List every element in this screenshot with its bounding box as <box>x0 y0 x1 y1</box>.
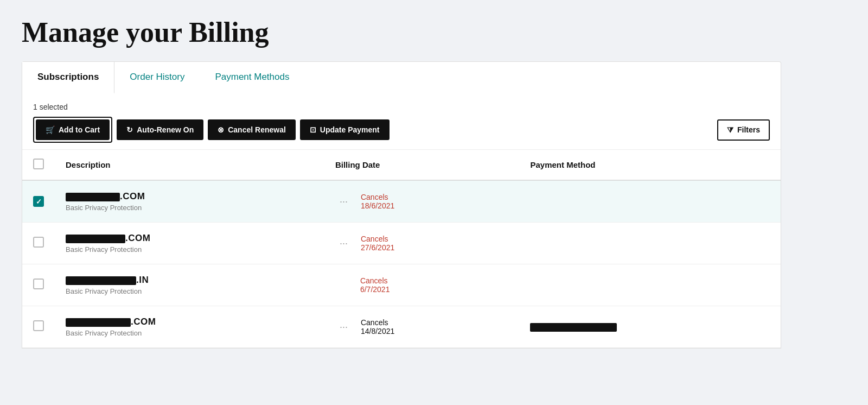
row-domain-sub: Basic Privacy Protection <box>66 287 149 295</box>
table-row: .COMBasic Privacy Protection···Cancels18… <box>22 180 781 223</box>
row-billing-date: Cancels14/8/2021 <box>361 318 394 336</box>
tab-subscriptions[interactable]: Subscriptions <box>22 62 114 94</box>
row-payment-method-cell <box>519 223 781 264</box>
row-billing-date-cell: Cancels6/7/2021 <box>324 264 520 306</box>
row-checkbox-cell <box>22 306 55 348</box>
toolbar-buttons: 🛒 Add to Cart ↻ Auto-Renew On ⊗ Cancel R… <box>33 117 390 143</box>
row-domain-sub: Basic Privacy Protection <box>66 245 150 254</box>
row-payment-method-cell <box>519 180 781 223</box>
row-more-options[interactable]: ··· <box>335 194 352 210</box>
toolbar-area: 1 selected 🛒 Add to Cart ↻ Auto-Renew On… <box>22 94 781 150</box>
row-domain: .INBasic Privacy Protection <box>66 275 149 295</box>
row-billing-date-cell: ···Cancels27/6/2021 <box>324 223 520 264</box>
row-billing-date-cell: ···Cancels18/6/2021 <box>324 181 520 222</box>
tabs-container: Subscriptions Order History Payment Meth… <box>22 61 781 94</box>
row-checkbox-cell <box>22 264 55 306</box>
row-billing-date-cell: ···Cancels14/8/2021 <box>324 306 520 347</box>
row-payment-method-cell <box>519 306 781 348</box>
col-checkbox <box>22 150 55 180</box>
row-more-options[interactable]: ··· <box>335 319 352 335</box>
row-checkbox-cell <box>22 223 55 264</box>
cart-icon: 🛒 <box>46 125 55 134</box>
renew-icon: ↻ <box>126 125 133 134</box>
filter-icon: ⧩ <box>727 125 733 135</box>
row-payment-method-cell <box>519 264 781 306</box>
row-checkbox[interactable] <box>33 279 44 289</box>
auto-renew-button[interactable]: ↻ Auto-Renew On <box>117 119 203 140</box>
row-checkbox[interactable] <box>33 237 44 248</box>
col-description: Description <box>55 150 324 180</box>
toolbar-row: 🛒 Add to Cart ↻ Auto-Renew On ⊗ Cancel R… <box>33 117 770 143</box>
payment-icon: ⊡ <box>310 125 316 134</box>
row-checkbox-cell <box>22 180 55 223</box>
row-billing-date: Cancels6/7/2021 <box>360 276 390 294</box>
tab-payment-methods[interactable]: Payment Methods <box>200 62 304 94</box>
row-domain-sub: Basic Privacy Protection <box>66 329 156 337</box>
row-payment-redacted <box>530 323 617 332</box>
row-description-cell: .COMBasic Privacy Protection <box>55 223 324 264</box>
col-payment-method: Payment Method <box>519 150 781 180</box>
row-billing-date: Cancels27/6/2021 <box>361 235 394 252</box>
row-domain-sub: Basic Privacy Protection <box>66 204 145 212</box>
row-description-cell: .INBasic Privacy Protection <box>55 264 324 306</box>
row-description-cell: .COMBasic Privacy Protection <box>55 306 324 348</box>
update-payment-button[interactable]: ⊡ Update Payment <box>300 119 390 140</box>
col-billing-date: Billing Date <box>324 150 520 180</box>
row-domain: .COMBasic Privacy Protection <box>66 191 145 212</box>
cancel-icon: ⊗ <box>218 125 224 134</box>
subscriptions-table: Description Billing Date Payment Method … <box>22 150 781 348</box>
add-to-cart-wrapper: 🛒 Add to Cart <box>33 117 112 143</box>
page-title: Manage your Billing <box>22 16 846 48</box>
main-panel: 1 selected 🛒 Add to Cart ↻ Auto-Renew On… <box>22 94 781 349</box>
tab-order-history[interactable]: Order History <box>114 62 200 94</box>
row-checkbox[interactable] <box>33 196 44 207</box>
selected-count-label: 1 selected <box>33 103 770 111</box>
row-domain: .COMBasic Privacy Protection <box>66 233 150 254</box>
filters-button[interactable]: ⧩ Filters <box>717 119 770 141</box>
cancel-renewal-button[interactable]: ⊗ Cancel Renewal <box>208 119 296 140</box>
table-row: .INBasic Privacy ProtectionCancels6/7/20… <box>22 264 781 306</box>
row-checkbox[interactable] <box>33 320 44 331</box>
add-to-cart-button[interactable]: 🛒 Add to Cart <box>36 119 110 140</box>
row-billing-date: Cancels18/6/2021 <box>361 193 394 210</box>
table-row: .COMBasic Privacy Protection···Cancels14… <box>22 306 781 348</box>
row-domain: .COMBasic Privacy Protection <box>66 317 156 337</box>
table-row: .COMBasic Privacy Protection···Cancels27… <box>22 223 781 264</box>
row-more-options[interactable]: ··· <box>335 236 352 251</box>
select-all-checkbox[interactable] <box>33 159 44 169</box>
row-description-cell: .COMBasic Privacy Protection <box>55 180 324 223</box>
